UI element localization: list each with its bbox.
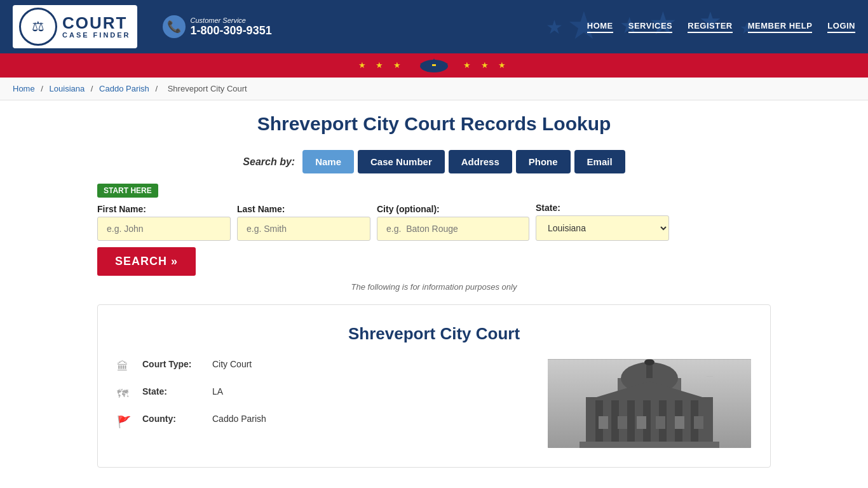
court-building-svg: — (548, 359, 751, 448)
court-type-label: Court Type: (142, 359, 212, 369)
svg-rect-27 (694, 416, 703, 429)
county-label: County: (142, 414, 212, 424)
page-title: Shreveport City Court Records Lookup (97, 113, 771, 135)
court-info-box: Shreveport City Court 🏛 Court Type: City… (97, 304, 771, 468)
first-name-input[interactable] (97, 217, 231, 241)
state-detail-value: LA (212, 386, 223, 396)
start-here-badge: START HERE (97, 184, 158, 198)
state-select[interactable]: Louisiana Alabama Alaska Arizona Arkansa… (536, 215, 669, 241)
court-type-icon: 🏛 (117, 360, 136, 374)
site-header: ★ ★ ★ ★ ★ ★ ⚖ COURT CASE FINDER 📞 Custom… (0, 0, 868, 53)
nav-services[interactable]: SERVICES (628, 21, 673, 33)
court-image: — (548, 359, 751, 448)
last-name-group: Last Name: (237, 204, 370, 241)
svg-text:—: — (707, 372, 713, 379)
logo-icon: ⚖ (32, 18, 44, 35)
court-details: 🏛 Court Type: City Court 🗺 State: LA 🚩 C… (117, 359, 751, 448)
info-note: The following is for information purpose… (97, 282, 771, 292)
svg-rect-23 (618, 416, 627, 429)
county-icon: 🚩 (117, 415, 136, 429)
state-detail-label: State: (142, 386, 212, 396)
breadcrumb: Home / Louisiana / Caddo Parish / Shreve… (0, 78, 868, 100)
main-content: Shreveport City Court Records Lookup Sea… (85, 100, 783, 480)
breadcrumb-parish[interactable]: Caddo Parish (99, 84, 149, 93)
breadcrumb-home[interactable]: Home (13, 84, 35, 93)
county-value: Caddo Parish (212, 414, 266, 424)
breadcrumb-sep-1: / (41, 84, 45, 93)
court-type-value: City Court (212, 359, 252, 369)
left-stars: ★ ★ ★ (358, 60, 405, 70)
breadcrumb-current: Shreveport City Court (168, 84, 247, 93)
search-form-container: START HERE First Name: Last Name: City (… (97, 184, 771, 276)
first-name-label: First Name: (97, 204, 231, 214)
eagle-banner: ★ ★ ★ ★ ★ ★ (0, 53, 868, 78)
svg-rect-25 (656, 416, 665, 429)
breadcrumb-louisiana[interactable]: Louisiana (50, 84, 85, 93)
svg-rect-24 (637, 416, 646, 429)
city-input[interactable] (377, 217, 529, 241)
court-details-left: 🏛 Court Type: City Court 🗺 State: LA 🚩 C… (117, 359, 529, 448)
svg-rect-26 (675, 416, 684, 429)
nav-home[interactable]: HOME (587, 21, 613, 33)
nav-login[interactable]: LOGIN (827, 21, 855, 33)
breadcrumb-sep-3: / (155, 84, 159, 93)
svg-rect-22 (599, 416, 608, 429)
last-name-label: Last Name: (237, 204, 370, 214)
search-by-label: Search by: (243, 156, 295, 168)
site-logo[interactable]: ⚖ COURT CASE FINDER (13, 5, 137, 48)
eagle-svg (415, 56, 453, 74)
phone-number: 1-800-309-9351 (191, 24, 272, 37)
first-name-group: First Name: (97, 204, 231, 241)
search-form-row: First Name: Last Name: City (optional): … (97, 203, 771, 276)
logo-court-label: COURT (62, 15, 131, 31)
svg-point-4 (431, 60, 437, 65)
tab-name[interactable]: Name (302, 150, 354, 173)
county-row: 🚩 County: Caddo Parish (117, 414, 529, 429)
court-info-title: Shreveport City Court (117, 324, 751, 344)
phone-icon: 📞 (163, 15, 186, 38)
court-details-right: — (548, 359, 751, 448)
nav-register[interactable]: REGISTER (688, 21, 732, 33)
search-button[interactable]: SEARCH (97, 247, 196, 276)
state-icon: 🗺 (117, 388, 136, 401)
svg-point-20 (644, 359, 654, 365)
svg-rect-16 (580, 442, 719, 448)
city-label: City (optional): (377, 204, 529, 214)
city-group: City (optional): (377, 204, 529, 241)
svg-rect-5 (432, 64, 436, 66)
last-name-input[interactable] (237, 217, 370, 241)
customer-service-label: Customer Service (191, 17, 272, 24)
tab-phone[interactable]: Phone (516, 150, 571, 173)
customer-service: 📞 Customer Service 1-800-309-9351 (163, 15, 272, 38)
phone-info: Customer Service 1-800-309-9351 (191, 17, 272, 37)
logo-case-finder-label: CASE FINDER (62, 31, 131, 39)
state-label: State: (536, 203, 669, 213)
state-group: State: Louisiana Alabama Alaska Arizona … (536, 203, 669, 241)
tab-address[interactable]: Address (449, 150, 512, 173)
right-stars: ★ ★ ★ (463, 60, 510, 70)
tab-case-number[interactable]: Case Number (358, 150, 445, 173)
main-nav: HOME SERVICES REGISTER MEMBER HELP LOGIN (587, 21, 855, 33)
breadcrumb-sep-2: / (91, 84, 95, 93)
svg-rect-11 (627, 400, 635, 448)
state-row: 🗺 State: LA (117, 386, 529, 401)
tab-email[interactable]: Email (574, 150, 625, 173)
nav-member-help[interactable]: MEMBER HELP (748, 21, 813, 33)
logo-text-group: COURT CASE FINDER (62, 15, 131, 39)
logo-emblem: ⚖ (19, 8, 57, 46)
search-tabs-row: Search by: Name Case Number Address Phon… (97, 150, 771, 173)
court-type-row: 🏛 Court Type: City Court (117, 359, 529, 374)
eagle-icon-group (415, 56, 453, 74)
